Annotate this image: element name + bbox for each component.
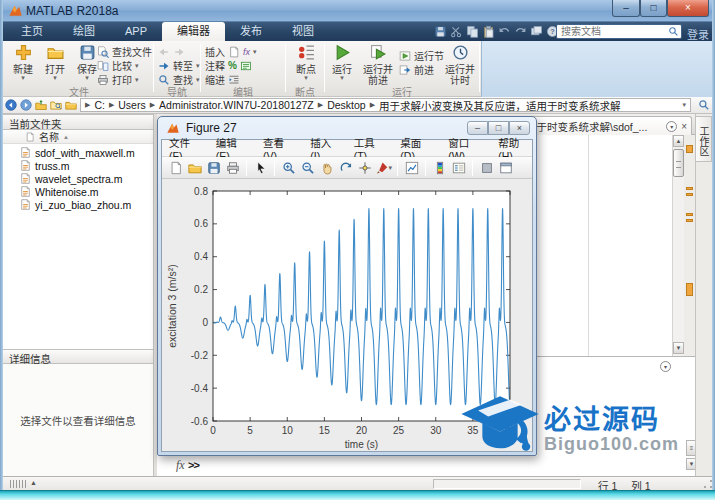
insert-colorbar-button[interactable] [431, 159, 448, 176]
nav-forward-icon[interactable] [20, 99, 32, 111]
statusbar-message-well [433, 479, 581, 489]
brush-button[interactable]: ▾ [375, 159, 392, 176]
crumb-segment[interactable]: Administrator.WIN7U-20180127Z [159, 99, 314, 111]
details-placeholder: 选择文件以查看详细信息 [20, 413, 136, 428]
name-column-header[interactable]: 名称 ▲ [3, 130, 153, 144]
statusbar-grip[interactable] [10, 480, 26, 488]
file-item[interactable]: Whitenoise.m [3, 185, 153, 198]
maximize-button[interactable]: □ [640, 0, 667, 17]
crumb-segment[interactable]: C: [94, 99, 105, 111]
editor-scrollbar[interactable]: ▲ ▼ [672, 135, 684, 356]
tab-editor[interactable]: 编辑器 [162, 22, 225, 41]
run-advance-label: 运行并前进 [359, 64, 397, 86]
warning-marker[interactable] [686, 219, 693, 222]
copy-icon[interactable] [466, 25, 479, 38]
close-button[interactable]: × [667, 0, 709, 17]
link-plot-button[interactable] [403, 159, 420, 176]
run-time-button[interactable]: 运行并计时 [443, 44, 477, 86]
browse-folder-icon[interactable] [50, 99, 62, 111]
graduation-cap-icon [458, 391, 542, 467]
rotate3d-button[interactable] [337, 159, 354, 176]
crumb-segment[interactable]: Desktop [327, 99, 366, 111]
comment-button[interactable]: 注释 % [205, 59, 257, 72]
save-icon[interactable] [434, 25, 447, 38]
figure-close-button[interactable]: × [509, 121, 530, 135]
address-bar: ▶ C: ▶ Users ▶ Administrator.WIN7U-20180… [0, 97, 715, 114]
details-header[interactable]: 详细信息 [3, 349, 154, 364]
figure-titlebar[interactable]: Figure 27 [166, 121, 237, 135]
zoom-out-button[interactable] [299, 159, 316, 176]
run-section-button[interactable]: 运行节 [399, 49, 444, 62]
save-figure-button[interactable] [205, 159, 222, 176]
open-button[interactable]: 打开 ▾ [40, 44, 70, 81]
file-item[interactable]: truss.m [3, 159, 153, 172]
editor-tab-menu-icon[interactable]: ▾ [666, 121, 677, 132]
new-button[interactable]: 新建 ▾ [8, 44, 38, 81]
file-item[interactable]: wavelet_spectra.m [3, 172, 153, 185]
hide-plot-tools-button[interactable] [478, 159, 495, 176]
breakpoints-button[interactable]: 断点 ▾ [290, 44, 322, 81]
scroll-up-icon[interactable]: ▲ [673, 135, 684, 147]
tab-apps[interactable]: APP [110, 22, 162, 41]
message-summary-badge[interactable] [686, 145, 693, 153]
warning-marker[interactable] [686, 193, 693, 196]
goto-button[interactable]: 转至 ▾ [158, 59, 200, 72]
insert-label: 插入 [205, 44, 225, 59]
pan-button[interactable] [318, 159, 335, 176]
open-file-button[interactable] [186, 159, 203, 176]
advance-label: 前进 [414, 62, 434, 77]
insert-button[interactable]: 插入 fx ▾ [205, 45, 257, 58]
show-plot-tools-button[interactable] [497, 159, 514, 176]
current-folder-header[interactable]: 当前文件夹 [3, 114, 154, 130]
command-window-menu-icon[interactable]: ▾ [660, 361, 671, 372]
search-input[interactable] [556, 24, 682, 39]
login-link[interactable]: 登录 [687, 26, 709, 42]
scroll-down-icon[interactable]: ▼ [673, 342, 684, 354]
tab-home[interactable]: 主页 [6, 22, 58, 41]
tab-plots[interactable]: 绘图 [58, 22, 110, 41]
file-item[interactable]: yi_zuo_biao_zhou.m [3, 198, 153, 211]
compare-button[interactable]: 比较 ▾ [97, 59, 152, 72]
prompt-chevrons: >> [188, 459, 199, 471]
search-icon[interactable] [668, 26, 679, 37]
insert-legend-button[interactable] [450, 159, 467, 176]
tab-view[interactable]: 视图 [277, 22, 329, 41]
nav-back-icon[interactable] [5, 99, 17, 111]
run-button[interactable]: 运行 ▾ [327, 44, 357, 81]
tab-publish[interactable]: 发布 [225, 22, 277, 41]
warning-marker[interactable] [686, 213, 693, 216]
figure-minimize-button[interactable]: – [467, 121, 488, 135]
workspace-vertical-tab[interactable]: 工作区 [695, 116, 712, 162]
address-search-icon[interactable] [698, 99, 710, 111]
new-figure-button[interactable] [167, 159, 184, 176]
data-cursor-button[interactable] [356, 159, 373, 176]
edit-plot-button[interactable] [252, 159, 269, 176]
nav-history-arrows[interactable] [158, 45, 200, 58]
warning-marker[interactable] [686, 187, 693, 190]
minimize-button[interactable]: – [612, 0, 640, 17]
switch-window-icon[interactable] [530, 25, 543, 38]
zoom-in-button[interactable] [280, 159, 297, 176]
crumb-segment[interactable]: Users [118, 99, 145, 111]
command-prompt[interactable]: fx >> [176, 458, 199, 473]
paste-icon[interactable] [482, 25, 495, 38]
run-advance-button[interactable]: 运行并前进 [359, 44, 397, 86]
editor-scroll-thumb[interactable] [673, 149, 684, 177]
warning-marker[interactable] [686, 283, 693, 296]
undo-icon[interactable] [498, 25, 511, 38]
advance-button[interactable]: 前进 [399, 63, 444, 76]
figure-maximize-button[interactable]: □ [488, 121, 509, 135]
breadcrumb[interactable]: ▶ C: ▶ Users ▶ Administrator.WIN7U-20180… [80, 98, 691, 112]
redo-icon[interactable] [514, 25, 527, 38]
figure-title: Figure 27 [186, 121, 237, 135]
crumb-segment[interactable]: 用于求解小波变换及其反应谱，适用于时变系统求解 [379, 98, 621, 113]
print-figure-button[interactable] [224, 159, 241, 176]
up-folder-icon[interactable] [35, 99, 47, 111]
print-button[interactable]: 打印 ▾ [97, 73, 152, 86]
statusbar-grip-caret-icon[interactable]: ▲ [30, 479, 37, 486]
find-files-button[interactable]: 查找文件 [97, 45, 152, 58]
crumb-dropdown-icon[interactable]: ▾ [682, 102, 686, 108]
cut-icon[interactable] [450, 25, 463, 38]
file-item[interactable]: sdof_with_maxwell.m [3, 146, 153, 159]
editor-tab-close-icon[interactable]: × [681, 121, 687, 132]
